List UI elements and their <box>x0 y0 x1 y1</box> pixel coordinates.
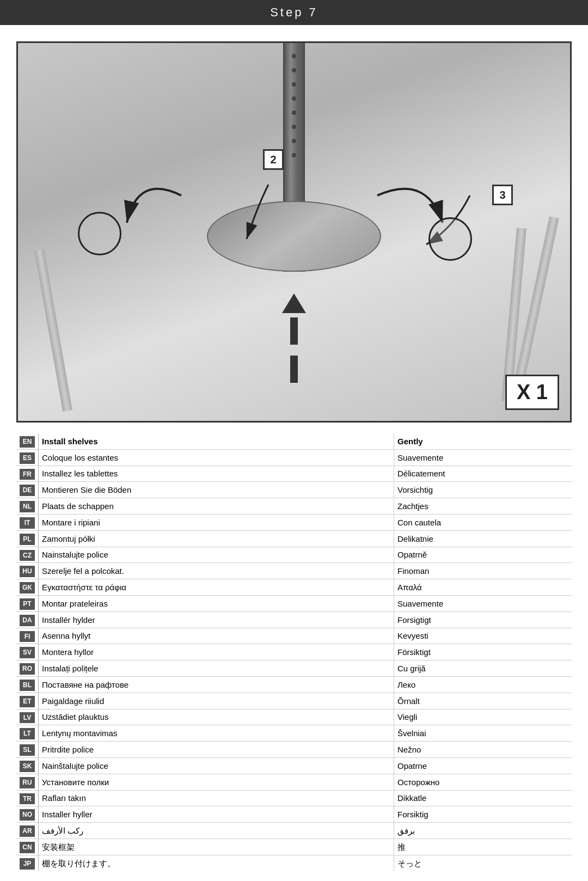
instruction-cell: Zamontuj półki <box>39 530 394 547</box>
pole-hole <box>292 139 296 143</box>
lang-code-cell: SL <box>16 742 39 758</box>
table-row: NOInstaller hyllerForsiktig <box>16 806 572 823</box>
arrow-dash-2 <box>290 356 298 383</box>
instruction-cell: Montar prateleiras <box>39 595 394 611</box>
language-code: TR <box>20 793 35 805</box>
table-row: LTLentynų montavimasŠvelniai <box>16 725 572 742</box>
language-code: FI <box>20 631 35 643</box>
lang-code-cell: FR <box>16 466 39 482</box>
modifier-cell: 推 <box>394 839 572 855</box>
lang-code-cell: JP <box>16 855 39 871</box>
table-row: ESColoque los estantesSuavemente <box>16 449 572 466</box>
language-code: BL <box>20 680 35 691</box>
table-row: TRRafları takınDikkatle <box>16 790 572 806</box>
language-code: GK <box>20 582 35 594</box>
language-code: NL <box>20 501 35 512</box>
language-code: CN <box>20 842 35 853</box>
callout-number-3: 3 <box>492 185 513 205</box>
lang-code-cell: LV <box>16 709 39 725</box>
modifier-cell: Švelniai <box>394 725 572 742</box>
page-header: Step 7 <box>0 0 588 25</box>
step-title: Step 7 <box>270 5 318 19</box>
language-code: SK <box>20 761 35 772</box>
lang-code-cell: ES <box>16 449 39 466</box>
table-row: PLZamontuj półkiDelikatnie <box>16 530 572 547</box>
instruction-cell: Installér hylder <box>39 611 394 628</box>
table-row: DAInstallér hylderForsigtigt <box>16 611 572 628</box>
table-row: BLПоставяне на рафтовеЛеко <box>16 676 572 693</box>
base-plate <box>207 201 381 272</box>
lang-code-cell: PT <box>16 595 39 611</box>
quantity-box: X 1 <box>505 375 559 410</box>
language-code: AR <box>20 825 35 837</box>
table-row: ARركب الأرففبرفق <box>16 823 572 839</box>
lang-code-cell: BL <box>16 676 39 693</box>
instruction-cell: Rafları takın <box>39 790 394 806</box>
callout-circle-right <box>428 217 472 261</box>
alignment-arrow <box>282 293 306 383</box>
modifier-cell: Viegli <box>394 709 572 725</box>
table-row: GKΕγκαταστήστε τα ράφιαΑπαλά <box>16 579 572 596</box>
instruction-cell: Montare i ripiani <box>39 514 394 530</box>
instruction-cell: Installez les tablettes <box>39 466 394 482</box>
language-code: CZ <box>20 550 35 561</box>
modifier-cell: Gently <box>394 433 572 449</box>
lang-code-cell: EN <box>16 433 39 449</box>
instructions-section: ENInstall shelvesGentlyESColoque los est… <box>16 433 572 871</box>
instruction-cell: Asenna hyllyt <box>39 628 394 644</box>
instruction-cell: Uzstādiet plauktus <box>39 709 394 725</box>
pole-hole <box>292 54 296 58</box>
instruction-cell: Coloque los estantes <box>39 449 394 466</box>
language-code: NO <box>20 809 35 821</box>
language-code: IT <box>20 517 35 529</box>
table-row: ROInstalați polițeleCu grijă <box>16 660 572 677</box>
table-row: SLPritrdite policeNežno <box>16 742 572 758</box>
language-code: PL <box>20 534 35 545</box>
lang-code-cell: PL <box>16 530 39 547</box>
lang-code-cell: DA <box>16 611 39 628</box>
table-row: JP棚を取り付けます。そっと <box>16 855 572 871</box>
modifier-cell: Con cautela <box>394 514 572 530</box>
table-row: RUУстановите полкиОсторожно <box>16 774 572 790</box>
modifier-cell: Suavemente <box>394 595 572 611</box>
language-code: DA <box>20 615 35 626</box>
modifier-cell: そっと <box>394 855 572 871</box>
pole-hole <box>292 82 296 87</box>
modifier-cell: Απαλά <box>394 579 572 596</box>
instruction-cell: Pritrdite police <box>39 742 394 758</box>
table-row: FIAsenna hyllytKevyesti <box>16 628 572 644</box>
table-row: LVUzstādiet plauktusViegli <box>16 709 572 725</box>
modifier-cell: Kevyesti <box>394 628 572 644</box>
pole-hole <box>292 111 296 115</box>
modifier-cell: برفق <box>394 823 572 839</box>
instruction-cell: Εγκαταστήστε τα ράφια <box>39 579 394 596</box>
instruction-cell: Installer hyller <box>39 806 394 823</box>
pole-holes <box>292 54 296 157</box>
pole-hole <box>292 125 296 129</box>
table-row: ITMontare i ripianiCon cautela <box>16 514 572 530</box>
lang-code-cell: HU <box>16 563 39 579</box>
arrow-dash-1 <box>290 317 298 345</box>
table-row: SKNainštalujte policeOpatrne <box>16 757 572 774</box>
lang-code-cell: TR <box>16 790 39 806</box>
arrow-head <box>282 293 306 313</box>
table-row: PTMontar prateleirasSuavemente <box>16 595 572 611</box>
language-code: RU <box>20 777 35 788</box>
language-code: SV <box>20 647 35 658</box>
table-row: FRInstallez les tablettesDélicatement <box>16 466 572 482</box>
table-row: HUSzerelje fel a polcokat.Finoman <box>16 563 572 579</box>
pole-hole <box>292 68 296 72</box>
instruction-cell: Plaats de schappen <box>39 498 394 515</box>
modifier-cell: Opatrně <box>394 547 572 563</box>
modifier-cell: Vorsichtig <box>394 482 572 498</box>
modifier-cell: Delikatnie <box>394 530 572 547</box>
table-row: ETPaigaldage riiulidÕrnalt <box>16 693 572 709</box>
instruction-cell: ركب الأرفف <box>39 823 394 839</box>
callout-circle-left <box>78 212 121 255</box>
instruction-cell: Install shelves <box>39 433 394 449</box>
modifier-cell: Opatrne <box>394 757 572 774</box>
instruction-cell: Lentynų montavimas <box>39 725 394 742</box>
instruction-cell: 安装框架 <box>39 839 394 855</box>
lang-code-cell: IT <box>16 514 39 530</box>
modifier-cell: Délicatement <box>394 466 572 482</box>
